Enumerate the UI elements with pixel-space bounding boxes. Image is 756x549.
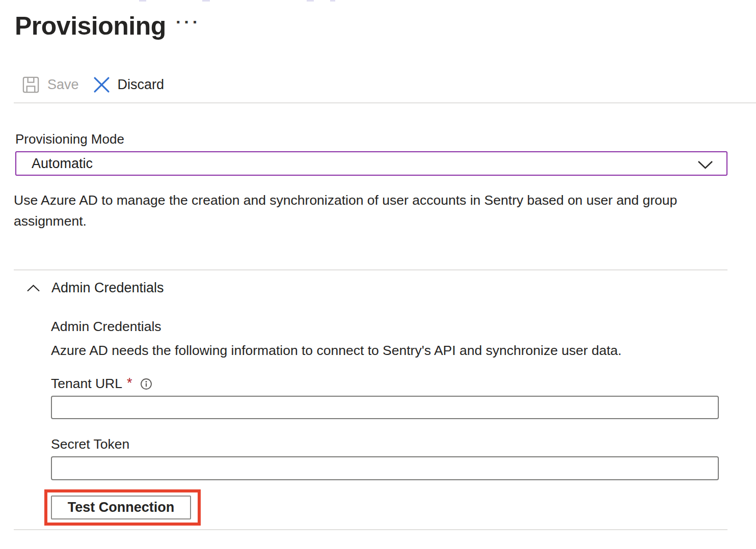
save-icon [22, 76, 40, 94]
tenant-url-input[interactable] [51, 396, 719, 419]
section-divider [14, 269, 727, 270]
required-asterisk: * [127, 375, 132, 391]
chevron-down-icon [697, 160, 713, 169]
discard-label: Discard [118, 77, 165, 93]
provisioning-blade: Provisioning ··· Save Discard Provisioni… [0, 0, 756, 549]
command-bar: Save Discard [22, 74, 164, 95]
clipped-text-fragment [307, 0, 314, 2]
clipped-text-fragment [139, 0, 146, 2]
info-icon[interactable] [140, 378, 152, 390]
provisioning-mode-value: Automatic [32, 156, 93, 172]
admin-credentials-description: Azure AD needs the following information… [51, 343, 622, 359]
provisioning-mode-dropdown[interactable]: Automatic [15, 151, 727, 176]
provisioning-mode-label: Provisioning Mode [15, 131, 124, 147]
more-options-button[interactable]: ··· [176, 13, 201, 31]
save-label: Save [47, 77, 79, 93]
discard-x-icon [93, 76, 110, 93]
secret-token-input[interactable] [51, 456, 719, 480]
clipped-text-fragment [330, 0, 335, 2]
admin-credentials-section-toggle[interactable]: Admin Credentials [26, 280, 164, 296]
section-title: Admin Credentials [51, 280, 164, 296]
save-button[interactable]: Save [22, 76, 79, 94]
bottom-divider [14, 529, 727, 530]
toolbar-divider [14, 102, 756, 103]
test-connection-button[interactable]: Test Connection [51, 496, 191, 519]
admin-credentials-heading: Admin Credentials [51, 319, 161, 335]
secret-token-label: Secret Token [51, 436, 129, 452]
discard-button[interactable]: Discard [93, 76, 165, 93]
tenant-url-label-row: Tenant URL * [51, 376, 152, 392]
tenant-url-label: Tenant URL [51, 376, 122, 392]
page-title: Provisioning [15, 11, 166, 41]
clipped-text-fragment [202, 0, 210, 2]
mode-description: Use Azure AD to manage the creation and … [14, 190, 684, 232]
chevron-up-icon [26, 284, 40, 292]
